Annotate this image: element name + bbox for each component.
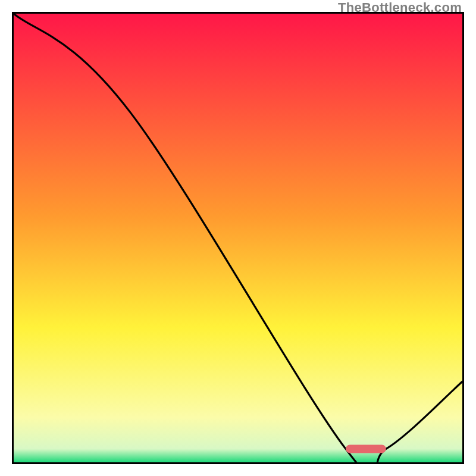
gradient-background (14, 14, 462, 462)
optimal-range-marker (346, 444, 386, 453)
bottleneck-chart (14, 14, 462, 462)
